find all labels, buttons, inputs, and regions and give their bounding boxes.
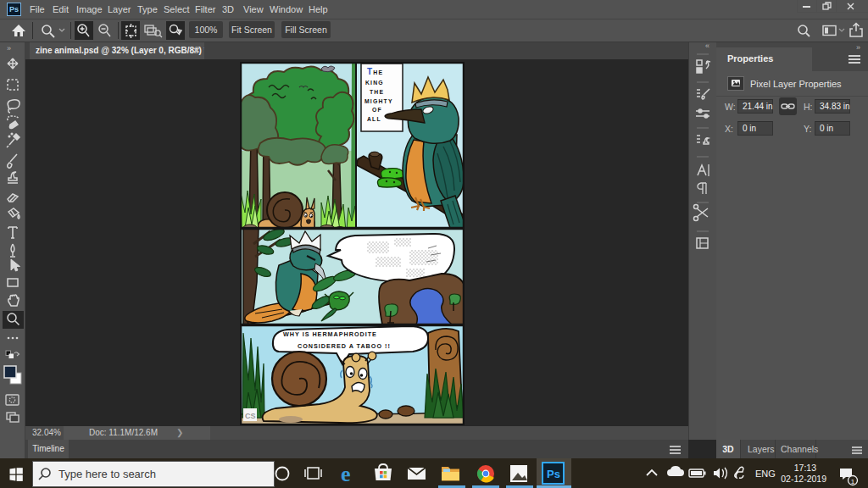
svg-text:»: »: [7, 44, 11, 53]
svg-text:e: e: [341, 462, 351, 486]
svg-text:THE: THE: [370, 89, 384, 95]
svg-text:ALL: ALL: [367, 116, 381, 122]
svg-text:OF: OF: [372, 107, 382, 113]
svg-text:ENG: ENG: [755, 469, 776, 479]
svg-text:02-12-2019: 02-12-2019: [781, 474, 826, 484]
svg-text:17:13: 17:13: [794, 463, 816, 473]
svg-text:CS: CS: [245, 412, 256, 420]
svg-text:«: «: [705, 42, 709, 50]
svg-text:WHY IS HERMAPHRODITE: WHY IS HERMAPHRODITE: [283, 330, 377, 338]
svg-text:Ps: Ps: [547, 468, 560, 480]
svg-text:CONSIDERED A TABOO !!: CONSIDERED A TABOO !!: [298, 342, 391, 350]
svg-text:1: 1: [851, 478, 855, 485]
svg-text:KING: KING: [365, 80, 384, 86]
svg-text:MIGHTY: MIGHTY: [364, 98, 393, 104]
